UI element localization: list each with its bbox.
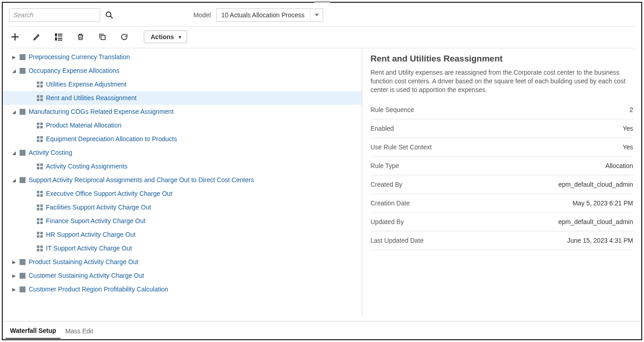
tree-row[interactable]: Equipment Depreciation Allocation to Pro…	[3, 132, 362, 146]
tree-node-label[interactable]: Facilities Support Activity Charge Out	[46, 204, 151, 211]
rule-icon	[36, 95, 43, 102]
bottom-tab[interactable]: Waterfall Setup	[5, 322, 61, 339]
tree-row[interactable]: ◢Occupancy Expense Allocations	[3, 64, 362, 77]
svg-marker-2	[314, 14, 319, 16]
expander-icon[interactable]: ◢	[11, 68, 17, 73]
tree-row[interactable]: Utilities Expense Adjustment	[3, 77, 362, 91]
expander-icon[interactable]: ◢	[11, 150, 17, 155]
tree-node-label[interactable]: Occupancy Expense Allocations	[29, 67, 119, 74]
drag-handle[interactable]	[314, 1, 330, 3]
toolbar: Actions ▼	[3, 27, 641, 48]
tree-node-label[interactable]: Customer Product Region Profitability Ca…	[29, 286, 168, 293]
create-button[interactable]	[9, 31, 21, 43]
delete-button[interactable]	[75, 31, 86, 43]
expander-icon[interactable]: ▶	[11, 260, 17, 265]
detail-field-label: Rule Type	[370, 162, 399, 169]
expander-icon[interactable]: ◢	[11, 178, 17, 183]
app-frame: Model 10 Actuals Allocation Process	[2, 2, 642, 340]
svg-rect-21	[20, 71, 25, 72]
search-input[interactable]	[9, 8, 100, 22]
tree-node-label[interactable]: Finance Suport Activity Charge Out	[46, 217, 146, 225]
tree-row[interactable]: Finance Suport Activity Charge Out	[3, 214, 362, 228]
tree-row[interactable]: Activity Costing Assignments	[3, 159, 362, 173]
detail-field: EnabledYes	[370, 119, 633, 138]
top-row: Model 10 Actuals Allocation Process	[3, 3, 641, 26]
search-button[interactable]	[104, 10, 115, 20]
svg-rect-68	[37, 235, 40, 238]
tree-node-label[interactable]: Support Activity Reciprocal Assignments …	[29, 176, 254, 184]
tree-node-label[interactable]: Activity Costing Assignments	[46, 163, 127, 170]
refresh-button[interactable]	[118, 31, 130, 43]
tree-node-label[interactable]: Executive Office Support Activity Charge…	[46, 190, 172, 197]
tree-node-label[interactable]: Manufacturing COGs Related Expense Assig…	[29, 108, 173, 115]
tree-node-label[interactable]: IT Support Activity Charge Out	[46, 245, 132, 252]
bottom-tab[interactable]: Mass Edit	[61, 323, 97, 338]
tree-row[interactable]: ◢Manufacturing COGs Related Expense Assi…	[3, 105, 362, 118]
svg-rect-69	[41, 235, 43, 238]
inspect-button[interactable]	[53, 31, 65, 43]
svg-rect-48	[37, 167, 40, 169]
tree-row[interactable]: Facilities Support Activity Charge Out	[3, 200, 362, 214]
tree-node-label[interactable]: Rent and Utilities Reassignment	[46, 94, 137, 102]
expander-icon[interactable]: ▶	[11, 287, 17, 292]
svg-rect-55	[41, 191, 43, 194]
svg-rect-10	[58, 40, 62, 41]
svg-rect-58	[37, 204, 40, 207]
tree-node-label[interactable]: Activity Costing	[29, 149, 72, 156]
svg-rect-64	[37, 221, 40, 224]
expander-icon[interactable]: ◢	[11, 109, 17, 114]
expander-icon[interactable]: ▶	[11, 273, 17, 278]
tree-row[interactable]: ▶Preprocessing Currency Translation	[3, 50, 362, 64]
svg-rect-29	[41, 98, 43, 101]
tree-node-label[interactable]: Preprocessing Currency Translation	[29, 53, 130, 61]
model-select[interactable]: 10 Actuals Allocation Process	[216, 8, 323, 22]
svg-rect-35	[41, 123, 43, 125]
detail-field-value: epm_default_cloud_admin	[558, 181, 633, 188]
svg-rect-62	[37, 218, 40, 221]
chevron-down-icon	[310, 9, 323, 21]
tree-row[interactable]: Product Material Allocation	[3, 118, 362, 132]
tree-row[interactable]: IT Support Activity Charge Out	[3, 241, 362, 255]
expander-icon[interactable]: ▶	[11, 55, 17, 60]
tree-row[interactable]: ▶Product Sustaining Activity Charge Out	[3, 255, 362, 269]
detail-field-label: Created By	[370, 181, 402, 188]
tree-row[interactable]: Executive Office Support Activity Charge…	[3, 187, 362, 200]
tree-node-label[interactable]: HR Support Activity Charge Out	[46, 231, 136, 238]
detail-field-label: Last Updated Date	[370, 237, 424, 244]
ruleset-icon	[19, 259, 26, 265]
tree-row[interactable]: HR Support Activity Charge Out	[3, 228, 362, 241]
svg-rect-83	[20, 287, 25, 288]
detail-field: Use Rule Set ContextYes	[370, 138, 633, 157]
tree-node-label[interactable]: Product Material Allocation	[46, 122, 122, 129]
svg-rect-31	[20, 110, 25, 111]
detail-field: Last Updated DateJune 15, 2023 4:31 PM	[370, 231, 633, 250]
detail-field-label: Creation Date	[370, 199, 410, 207]
tree-node-label[interactable]: Equipment Depreciation Allocation to Pro…	[46, 135, 177, 143]
svg-rect-81	[20, 276, 25, 277]
svg-rect-84	[20, 289, 25, 290]
detail-field-value: Yes	[623, 125, 633, 132]
tree-row[interactable]: ◢Support Activity Reciprocal Assignments…	[3, 173, 362, 187]
svg-rect-19	[20, 69, 25, 70]
svg-rect-5	[55, 33, 57, 36]
edit-button[interactable]	[31, 31, 43, 43]
ruleset-icon	[19, 286, 26, 293]
svg-rect-60	[37, 208, 40, 210]
actions-menu-button[interactable]: Actions ▼	[144, 31, 187, 43]
tree-node-label[interactable]: Product Sustaining Activity Charge Out	[29, 258, 138, 265]
tree-node-label[interactable]: Customer Sustaining Activity Charge Out	[29, 272, 144, 279]
detail-field-value: epm_default_cloud_admin	[558, 218, 633, 225]
tree-row[interactable]: ▶Customer Product Region Profitability C…	[3, 282, 362, 296]
tree-row[interactable]: ◢Activity Costing	[3, 146, 362, 159]
tree-node-label[interactable]: Utilities Expense Adjustment	[46, 81, 127, 88]
svg-rect-63	[41, 218, 43, 221]
svg-rect-34	[37, 123, 40, 125]
tree-row[interactable]: Rent and Utilities Reassignment	[3, 91, 362, 105]
svg-rect-75	[20, 260, 25, 261]
copy-button[interactable]	[96, 31, 108, 43]
tree-row[interactable]: ▶Customer Sustaining Activity Charge Out	[3, 269, 362, 282]
detail-field-value: June 15, 2023 4:31 PM	[567, 237, 633, 244]
model-label: Model	[193, 11, 211, 19]
rule-icon	[36, 163, 43, 170]
svg-rect-73	[41, 249, 43, 251]
